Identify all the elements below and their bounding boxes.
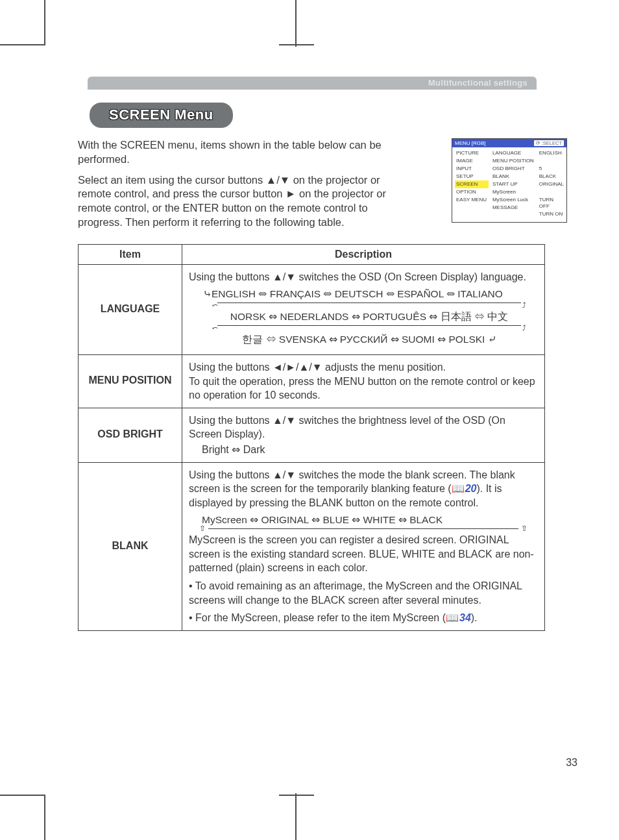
desc-blank: Using the buttons ▲/▼ switches the mode … xyxy=(182,462,545,630)
osd-col2: LANGUAGEMENU POSITIONOSD BRIGHTBLANKSTAR… xyxy=(492,149,535,218)
osdbright-lead: Using the buttons ▲/▼ switches the brigh… xyxy=(189,414,538,441)
language-lead: Using the buttons ▲/▼ switches the OSD (… xyxy=(189,270,538,284)
osd-setting-item: MyScreen Lock xyxy=(492,196,535,204)
osd-setting-item: OSD BRIGHT xyxy=(492,165,535,173)
osd-header-left: MENU [RGB] xyxy=(455,140,486,146)
desc-language: Using the buttons ▲/▼ switches the OSD (… xyxy=(182,264,545,354)
page: Multifunctional settings ENGLISH SCREEN … xyxy=(0,0,619,840)
osd-panel: MENU [RGB] ⟳ :SELECT PICTUREIMAGEINPUTSE… xyxy=(452,138,567,223)
osd-cat-item: IMAGE xyxy=(455,157,489,165)
osd-cat-item: PICTURE xyxy=(455,149,489,157)
item-osd-bright: OSD BRIGHT xyxy=(79,408,182,462)
osd-cat-item: INPUT xyxy=(455,165,489,173)
page-number: 33 xyxy=(566,757,577,769)
th-desc: Description xyxy=(182,244,545,264)
osdbright-cycle: Bright ⇔ Dark xyxy=(189,443,538,457)
blank-p2: MyScreen is the screen you can register … xyxy=(189,533,538,575)
osd-setting-item: START UP xyxy=(492,180,535,188)
page-title-pill: SCREEN Menu xyxy=(90,103,233,128)
osd-value-item: 5 xyxy=(539,165,564,173)
header-section-label: Multifunctional settings xyxy=(428,78,528,88)
row-language: LANGUAGE Using the buttons ▲/▼ switches … xyxy=(79,264,545,354)
crop-mark xyxy=(295,0,297,47)
desc-osd-bright: Using the buttons ▲/▼ switches the brigh… xyxy=(182,408,545,462)
item-blank: BLANK xyxy=(79,462,182,630)
blank-p4: • For the MyScreen, please refer to the … xyxy=(189,611,538,625)
osd-body: PICTUREIMAGEINPUTSETUPSCREENOPTIONEASY M… xyxy=(452,147,566,222)
row-menu-position: MENU POSITION Using the buttons ◄/►/▲/▼ … xyxy=(79,354,545,408)
blank-p3: • To avoid remaining as an afterimage, t… xyxy=(189,579,538,607)
desc-menu-position: Using the buttons ◄/►/▲/▼ adjusts the me… xyxy=(182,354,545,408)
item-menu-position: MENU POSITION xyxy=(79,354,182,408)
menupos-desc: Using the buttons ◄/►/▲/▼ adjusts the me… xyxy=(189,360,538,402)
item-language: LANGUAGE xyxy=(79,264,182,354)
osd-setting-item: MENU POSITION xyxy=(492,157,535,165)
osd-setting-item: MyScreen xyxy=(492,188,535,196)
row-osd-bright: OSD BRIGHT Using the buttons ▲/▼ switche… xyxy=(79,408,545,462)
osd-cat-item: SETUP xyxy=(455,173,489,180)
osd-value-item: ENGLISH xyxy=(539,149,564,157)
osd-cat-item: SCREEN xyxy=(455,180,489,188)
intro-text: With the SCREEN menu, items shown in the… xyxy=(78,138,402,230)
intro-row: With the SCREEN menu, items shown in the… xyxy=(78,138,587,230)
crop-mark xyxy=(44,795,45,840)
osd-header: MENU [RGB] ⟳ :SELECT xyxy=(452,139,566,147)
crop-mark xyxy=(44,0,45,45)
crop-mark xyxy=(0,795,45,796)
settings-table: Item Description LANGUAGE Using the butt… xyxy=(78,244,545,631)
osd-value-item xyxy=(539,157,564,165)
crop-mark xyxy=(295,793,297,840)
osd-header-right: ⟳ :SELECT xyxy=(534,140,564,146)
osd-setting-item: LANGUAGE xyxy=(492,149,535,157)
page-title: SCREEN Menu xyxy=(109,106,213,123)
lang-row1: ENGLISH ⇔ FRANÇAIS ⇔ DEUTSCH ⇔ ESPAÑOL ⇔… xyxy=(212,288,503,299)
osd-value-item xyxy=(539,188,564,196)
lang-row3: 한글 ⇔ SVENSKA ⇔ РУССКИЙ ⇔ SUOMI ⇔ POLSKI xyxy=(242,334,485,345)
osd-cat-item: OPTION xyxy=(455,188,489,196)
osd-col3: ENGLISH 5BLACKORIGINAL TURN OFFTURN ON xyxy=(539,149,564,218)
header-band: Multifunctional settings xyxy=(78,77,587,90)
th-item: Item xyxy=(79,244,182,264)
osd-setting-item: MESSAGE xyxy=(492,204,535,212)
osd-value-item: BLACK xyxy=(539,173,564,180)
blank-cycle: MyScreen ⇔ ORIGINAL ⇔ BLUE ⇔ WHITE ⇔ BLA… xyxy=(202,513,538,527)
osd-value-item: ORIGINAL xyxy=(539,180,564,188)
osd-cat-item: EASY MENU xyxy=(455,196,489,204)
header-bar: Multifunctional settings xyxy=(88,77,537,90)
osd-col1: PICTUREIMAGEINPUTSETUPSCREENOPTIONEASY M… xyxy=(455,149,489,218)
row-blank: BLANK Using the buttons ▲/▼ switches the… xyxy=(79,462,545,630)
crop-mark xyxy=(279,44,314,45)
blank-cycle-bar xyxy=(208,528,518,529)
intro-p1: With the SCREEN menu, items shown in the… xyxy=(78,138,402,167)
lang-row2: NORSK ⇔ NEDERLANDS ⇔ PORTUGUÊS ⇔ 日本語 ⇔ 中… xyxy=(200,310,538,324)
language-cycle: ⤷ENGLISH ⇔ FRANÇAIS ⇔ DEUTSCH ⇔ ESPAÑOL … xyxy=(200,288,538,347)
osd-setting-item: BLANK xyxy=(492,173,535,180)
book-ref-34: 34 xyxy=(446,612,471,623)
blank-p1: Using the buttons ▲/▼ switches the mode … xyxy=(189,468,538,510)
osd-value-item: TURN OFF xyxy=(539,196,564,210)
osd-value-item: TURN ON xyxy=(539,210,564,218)
intro-p2: Select an item using the cursor buttons … xyxy=(78,173,402,230)
crop-mark xyxy=(0,44,45,45)
crop-mark xyxy=(279,795,314,796)
book-ref-20: 20 xyxy=(452,483,477,494)
table-head-row: Item Description xyxy=(79,244,545,264)
